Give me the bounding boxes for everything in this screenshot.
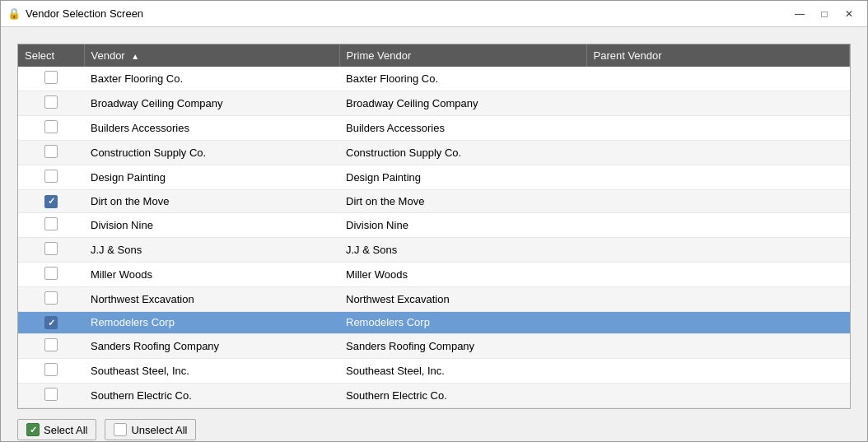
checkbox-cell[interactable] <box>18 165 84 190</box>
parent-vendor-cell <box>586 190 850 213</box>
row-checkbox[interactable] <box>44 217 58 230</box>
parent-vendor-cell <box>586 359 850 384</box>
select-controls: Select All Unselect All <box>17 419 851 440</box>
close-button[interactable]: ✕ <box>838 5 861 23</box>
vendor-name-cell: Division Nine <box>84 212 339 237</box>
checkbox-cell[interactable] <box>18 212 84 237</box>
parent-vendor-cell <box>586 165 850 190</box>
parent-vendor-cell <box>586 311 850 334</box>
vendor-table-container: Select Vendor ▲ Prime Vendor Parent Vend… <box>17 44 851 409</box>
table-row[interactable]: Division NineDivision Nine <box>18 212 850 237</box>
table-row[interactable]: Dirt on the MoveDirt on the Move <box>18 190 850 213</box>
parent-vendor-cell <box>586 286 850 311</box>
vendor-table: Select Vendor ▲ Prime Vendor Parent Vend… <box>18 44 850 408</box>
checkbox-cell[interactable] <box>18 91 84 116</box>
checkbox-cell[interactable] <box>18 190 84 213</box>
sort-arrow-vendor: ▲ <box>131 52 139 61</box>
table-row[interactable]: Southeast Steel, Inc.Southeast Steel, In… <box>18 359 850 384</box>
prime-vendor-cell: Design Painting <box>339 165 586 190</box>
checkbox-cell[interactable] <box>18 67 84 91</box>
row-checkbox[interactable] <box>44 95 58 109</box>
table-row[interactable]: Construction Supply Co.Construction Supp… <box>18 141 850 165</box>
row-checkbox[interactable] <box>44 145 58 158</box>
table-row[interactable]: Baxter Flooring Co.Baxter Flooring Co. <box>18 67 850 91</box>
prime-vendor-cell: Sanders Roofing Company <box>339 334 586 359</box>
table-header-row: Select Vendor ▲ Prime Vendor Parent Vend… <box>18 44 850 67</box>
parent-vendor-cell <box>586 237 850 262</box>
vendor-name-cell: Builders Accessories <box>84 116 339 141</box>
row-checkbox[interactable] <box>44 363 58 376</box>
prime-vendor-cell: Southeast Steel, Inc. <box>339 359 586 384</box>
row-checkbox[interactable] <box>44 120 58 133</box>
checkbox-cell[interactable] <box>18 116 84 141</box>
checkbox-cell[interactable] <box>18 262 84 286</box>
vendor-name-cell: Construction Supply Co. <box>84 141 339 165</box>
table-row[interactable]: Northwest ExcavationNorthwest Excavation <box>18 286 850 311</box>
row-checkbox[interactable] <box>44 316 58 329</box>
vendor-name-cell: Southern Electric Co. <box>84 384 339 408</box>
parent-vendor-cell <box>586 334 850 359</box>
checkbox-cell[interactable] <box>18 359 84 384</box>
prime-vendor-cell: Baxter Flooring Co. <box>339 67 586 91</box>
select-all-label: Select All <box>44 424 87 436</box>
table-body: Baxter Flooring Co.Baxter Flooring Co.Br… <box>18 67 850 408</box>
unselect-all-check-icon <box>114 423 127 436</box>
row-checkbox[interactable] <box>44 291 58 305</box>
maximize-button[interactable]: □ <box>813 5 836 23</box>
col-vendor[interactable]: Vendor ▲ <box>84 44 339 67</box>
row-checkbox[interactable] <box>44 267 58 280</box>
row-checkbox[interactable] <box>44 71 58 84</box>
prime-vendor-cell: Construction Supply Co. <box>339 141 586 165</box>
row-checkbox[interactable] <box>44 242 58 255</box>
table-row[interactable]: Design PaintingDesign Painting <box>18 165 850 190</box>
title-bar-left: 🔒 Vendor Selection Screen <box>7 7 143 21</box>
row-checkbox[interactable] <box>44 195 58 208</box>
row-checkbox[interactable] <box>44 170 58 183</box>
prime-vendor-cell: Remodelers Corp <box>339 311 586 334</box>
vendor-name-cell: Northwest Excavation <box>84 286 339 311</box>
parent-vendor-cell <box>586 67 850 91</box>
parent-vendor-cell <box>586 212 850 237</box>
checkbox-cell[interactable] <box>18 237 84 262</box>
vendor-name-cell: Design Painting <box>84 165 339 190</box>
col-select: Select <box>18 44 84 67</box>
row-checkbox[interactable] <box>44 388 58 401</box>
vendor-name-cell: Sanders Roofing Company <box>84 334 339 359</box>
unselect-all-button[interactable]: Unselect All <box>105 419 196 440</box>
vendor-name-cell: Broadway Ceiling Company <box>84 91 339 116</box>
vendor-name-cell: Remodelers Corp <box>84 311 339 334</box>
table-row[interactable]: J.J & SonsJ.J & Sons <box>18 237 850 262</box>
checkbox-cell[interactable] <box>18 286 84 311</box>
window-content: Select Vendor ▲ Prime Vendor Parent Vend… <box>1 27 867 442</box>
row-checkbox[interactable] <box>44 338 58 351</box>
prime-vendor-cell: Southern Electric Co. <box>339 384 586 408</box>
table-row[interactable]: Sanders Roofing CompanySanders Roofing C… <box>18 334 850 359</box>
title-bar: 🔒 Vendor Selection Screen — □ ✕ <box>1 1 867 27</box>
checkbox-cell[interactable] <box>18 141 84 165</box>
table-row[interactable]: Miller WoodsMiller Woods <box>18 262 850 286</box>
table-row[interactable]: Builders AccessoriesBuilders Accessories <box>18 116 850 141</box>
prime-vendor-cell: Division Nine <box>339 212 586 237</box>
select-all-button[interactable]: Select All <box>17 419 96 440</box>
window-icon: 🔒 <box>7 7 21 21</box>
parent-vendor-cell <box>586 141 850 165</box>
prime-vendor-cell: J.J & Sons <box>339 237 586 262</box>
vendor-selection-window: 🔒 Vendor Selection Screen — □ ✕ Select <box>0 0 868 442</box>
table-scroll-area[interactable]: Select Vendor ▲ Prime Vendor Parent Vend… <box>18 44 850 408</box>
vendor-name-cell: Miller Woods <box>84 262 339 286</box>
prime-vendor-cell: Builders Accessories <box>339 116 586 141</box>
table-row[interactable]: Broadway Ceiling CompanyBroadway Ceiling… <box>18 91 850 116</box>
vendor-name-cell: Dirt on the Move <box>84 190 339 213</box>
minimize-button[interactable]: — <box>788 5 811 23</box>
checkbox-cell[interactable] <box>18 334 84 359</box>
prime-vendor-cell: Broadway Ceiling Company <box>339 91 586 116</box>
table-row[interactable]: Southern Electric Co.Southern Electric C… <box>18 384 850 408</box>
checkbox-cell[interactable] <box>18 311 84 334</box>
select-all-check-icon <box>26 423 40 436</box>
vendor-name-cell: Southeast Steel, Inc. <box>84 359 339 384</box>
bottom-bar: Select All Unselect All Add Cancel <box>17 419 851 442</box>
table-row[interactable]: Remodelers CorpRemodelers Corp <box>18 311 850 334</box>
checkbox-cell[interactable] <box>18 384 84 408</box>
vendor-name-cell: Baxter Flooring Co. <box>84 67 339 91</box>
col-prime-vendor: Prime Vendor <box>339 44 586 67</box>
